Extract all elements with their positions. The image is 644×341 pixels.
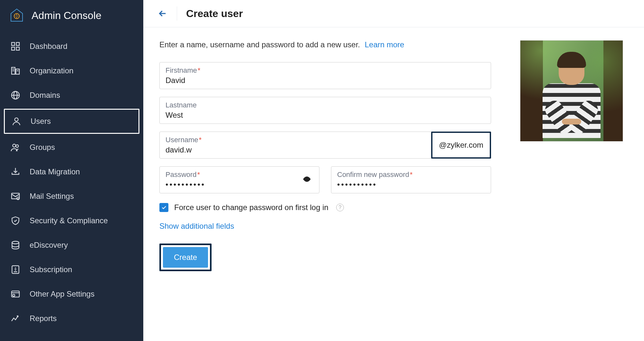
svg-rect-16 <box>12 193 19 199</box>
sidebar-item-label: Organization <box>30 66 73 75</box>
svg-point-24 <box>306 178 308 180</box>
sidebar: Admin Console Dashboard Organization Dom… <box>0 0 143 341</box>
svg-rect-19 <box>12 266 19 273</box>
sidebar-nav: Dashboard Organization Domains Users Gro… <box>0 31 143 334</box>
subscription-icon <box>10 264 21 275</box>
svg-rect-3 <box>12 47 14 50</box>
main: Create user Enter a name, username and p… <box>143 0 644 341</box>
password-label: Password* <box>166 170 313 179</box>
sidebar-item-organization[interactable]: Organization <box>0 59 143 83</box>
confirm-password-value[interactable]: •••••••••• <box>337 180 485 189</box>
page-title: Create user <box>186 8 243 20</box>
confirm-password-field[interactable]: Confirm new password* •••••••••• <box>331 166 491 193</box>
help-icon[interactable]: ? <box>336 204 344 211</box>
sidebar-item-label: Subscription <box>30 265 72 274</box>
reports-icon <box>10 313 21 324</box>
domains-icon <box>10 89 21 101</box>
logo-icon <box>9 8 24 23</box>
show-password-icon[interactable] <box>302 175 311 185</box>
sidebar-item-groups[interactable]: Groups <box>0 135 143 160</box>
sidebar-item-label: Reports <box>30 314 57 323</box>
sidebar-item-label: Other App Settings <box>30 290 94 299</box>
svg-rect-6 <box>16 69 19 74</box>
force-change-checkbox[interactable] <box>159 203 168 212</box>
sidebar-item-label: Data Migration <box>30 167 80 176</box>
show-additional-fields-link[interactable]: Show additional fields <box>159 222 491 231</box>
sidebar-item-mail-settings[interactable]: Mail Settings <box>0 184 143 208</box>
svg-point-15 <box>16 145 18 147</box>
sidebar-item-users[interactable]: Users <box>4 109 139 134</box>
sidebar-item-data-migration[interactable]: Data Migration <box>0 160 143 184</box>
svg-point-13 <box>15 118 18 121</box>
lastname-field[interactable]: Lastname <box>159 97 491 124</box>
sidebar-item-label: Domains <box>30 91 60 100</box>
learn-more-link[interactable]: Learn more <box>365 40 404 49</box>
form-column: Enter a name, username and password to a… <box>159 40 491 271</box>
username-field[interactable]: Username* @zylker.com <box>159 132 491 159</box>
divider <box>177 6 177 21</box>
svg-point-18 <box>12 241 19 244</box>
force-change-label: Force user to change password on first l… <box>174 203 328 212</box>
domain-suffix[interactable]: @zylker.com <box>431 132 491 159</box>
firstname-input[interactable] <box>166 76 485 85</box>
dashboard-icon <box>10 41 21 52</box>
photo-column <box>520 40 623 271</box>
create-button-highlight: Create <box>159 244 212 271</box>
intro-message: Enter a name, username and password to a… <box>159 40 360 49</box>
sidebar-item-label: Dashboard <box>30 42 67 51</box>
svg-rect-2 <box>16 42 19 45</box>
intro-text: Enter a name, username and password to a… <box>159 40 491 49</box>
password-row: Password* •••••••••• Confirm new passwor… <box>159 166 491 193</box>
lastname-label: Lastname <box>166 101 485 109</box>
create-button[interactable]: Create <box>163 247 208 268</box>
groups-icon <box>10 142 21 153</box>
migration-icon <box>10 166 21 178</box>
ediscovery-icon <box>10 239 21 251</box>
shield-icon <box>10 215 21 226</box>
svg-point-23 <box>13 294 15 297</box>
back-button[interactable] <box>156 7 169 20</box>
lastname-input[interactable] <box>166 111 485 120</box>
organization-icon <box>10 65 21 77</box>
svg-rect-4 <box>16 47 19 50</box>
sidebar-item-subscription[interactable]: Subscription <box>0 257 143 282</box>
username-input[interactable] <box>166 145 426 154</box>
svg-point-14 <box>13 144 15 147</box>
sidebar-item-domains[interactable]: Domains <box>0 83 143 107</box>
password-value[interactable]: •••••••••• <box>166 180 313 189</box>
sidebar-item-reports[interactable]: Reports <box>0 306 143 331</box>
username-label: Username* <box>166 136 426 144</box>
sidebar-item-ediscovery[interactable]: eDiscovery <box>0 233 143 257</box>
sidebar-item-label: Mail Settings <box>30 192 74 201</box>
mail-settings-icon <box>10 190 21 202</box>
app-title: Admin Console <box>32 10 101 22</box>
app-settings-icon <box>10 288 21 300</box>
sidebar-item-other-app-settings[interactable]: Other App Settings <box>0 282 143 306</box>
sidebar-item-label: Security & Compliance <box>30 216 108 225</box>
sidebar-item-label: Users <box>31 117 51 126</box>
sidebar-item-dashboard[interactable]: Dashboard <box>0 34 143 59</box>
user-photo[interactable] <box>520 40 623 142</box>
password-field[interactable]: Password* •••••••••• <box>159 166 319 193</box>
sidebar-item-label: eDiscovery <box>30 241 68 250</box>
content: Enter a name, username and password to a… <box>143 27 644 284</box>
sidebar-header: Admin Console <box>0 0 143 31</box>
sidebar-item-security[interactable]: Security & Compliance <box>0 208 143 233</box>
topbar: Create user <box>143 0 644 27</box>
confirm-password-label: Confirm new password* <box>337 170 485 179</box>
force-change-row: Force user to change password on first l… <box>159 203 491 212</box>
users-icon <box>11 115 22 127</box>
sidebar-item-label: Groups <box>30 143 55 152</box>
firstname-label: Firstname* <box>166 66 485 75</box>
firstname-field[interactable]: Firstname* <box>159 62 491 89</box>
svg-rect-1 <box>12 42 14 45</box>
